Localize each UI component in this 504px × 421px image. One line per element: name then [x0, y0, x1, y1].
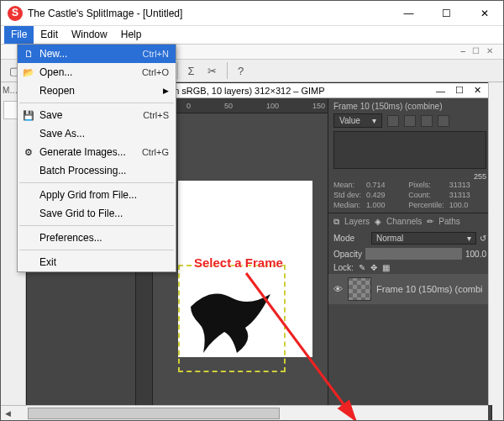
lock-label: Lock:: [333, 263, 354, 272]
histogram: [333, 131, 486, 169]
close-button[interactable]: ✕: [465, 1, 503, 26]
hist-max: 255: [333, 172, 486, 181]
menu-item-icon: ⚙: [21, 147, 36, 158]
menu-item-label: Open...: [36, 66, 142, 78]
menu-item-generate-images[interactable]: ⚙Generate Images...Ctrl+G: [18, 143, 176, 161]
help-icon[interactable]: ?: [231, 61, 250, 81]
scroll-left-icon[interactable]: ◀: [1, 407, 14, 420]
layer-name: Frame 10 (150ms) (combi: [376, 284, 483, 294]
opacity-slider[interactable]: [365, 248, 462, 260]
v-scrollbar[interactable]: [488, 82, 503, 405]
bird-image: [186, 282, 279, 357]
mode-reset-icon[interactable]: ↺: [480, 234, 486, 243]
menu-item-icon: 🗋: [21, 49, 36, 59]
menu-help[interactable]: Help: [114, 26, 149, 44]
mode-label: Mode: [333, 234, 371, 243]
menu-item-label: Save: [36, 109, 143, 121]
menu-item-batch-processing[interactable]: Batch Processing...: [18, 161, 176, 180]
menu-item-save-grid-to-file[interactable]: Save Grid to File...: [18, 204, 176, 223]
lock-position-icon[interactable]: ✥: [370, 263, 377, 272]
hist-opt2-icon[interactable]: [438, 115, 449, 127]
opacity-value: 100.0: [465, 250, 486, 259]
tab-layers[interactable]: Layers: [344, 217, 370, 227]
lock-alpha-icon[interactable]: ▦: [382, 263, 390, 272]
histogram-channel[interactable]: Value▾: [333, 113, 382, 128]
menu-item-icon: 📂: [21, 67, 36, 78]
ruler-x: 050100150: [153, 98, 328, 113]
menu-item-icon: 💾: [21, 110, 36, 121]
submenu-arrow-icon: ▶: [163, 87, 169, 95]
menu-edit[interactable]: Edit: [34, 26, 65, 44]
gimp-max-icon[interactable]: ☐: [455, 85, 464, 96]
menu-item-label: New...: [36, 48, 143, 60]
menu-item-reopen[interactable]: Reopen▶: [18, 82, 176, 100]
file-menu-dropdown: 🗋New...Ctrl+N📂Open...Ctrl+OReopen▶💾SaveC…: [17, 44, 176, 272]
sigma-icon[interactable]: Σ: [181, 61, 201, 81]
menu-item-save-as[interactable]: Save As...: [18, 124, 176, 143]
menu-item-open[interactable]: 📂Open...Ctrl+O: [18, 63, 176, 82]
menubar: File Edit Window Help: [1, 26, 503, 45]
mode-select[interactable]: Normal▾: [371, 232, 476, 245]
menu-file[interactable]: File: [4, 26, 34, 44]
hist-linear-icon[interactable]: [387, 115, 399, 127]
hist-log-icon[interactable]: [404, 115, 416, 127]
gimp-close-icon[interactable]: ✕: [474, 85, 481, 96]
menu-item-shortcut: Ctrl+N: [143, 49, 169, 59]
layer-row[interactable]: 👁 Frame 10 (150ms) (combi: [328, 274, 491, 304]
lock-pixels-icon[interactable]: ✎: [359, 263, 365, 272]
h-scrollbar[interactable]: ◀: [1, 405, 488, 420]
menu-item-label: Reopen: [36, 85, 163, 97]
menu-item-exit[interactable]: Exit: [18, 253, 176, 271]
app-icon: [8, 6, 23, 21]
mdi-max-icon[interactable]: ☐: [469, 45, 483, 59]
menu-item-new[interactable]: 🗋New...Ctrl+N: [18, 45, 176, 63]
window-title: The Castle's SplitImage - [Untitled]: [28, 8, 390, 19]
menu-item-shortcut: Ctrl+O: [142, 67, 169, 77]
menu-item-label: Batch Processing...: [36, 165, 169, 176]
minimize-button[interactable]: —: [390, 1, 428, 26]
visibility-icon[interactable]: 👁: [333, 284, 343, 294]
menu-item-preferences[interactable]: Preferences...: [18, 229, 176, 247]
gimp-right-dock: Frame 10 (150ms) (combine) Value▾ 255 Me…: [328, 98, 491, 420]
menu-item-apply-grid-from-file[interactable]: Apply Grid from File...: [18, 186, 176, 204]
gimp-min-icon[interactable]: —: [436, 86, 445, 96]
histogram-stats: Mean:0.714 Pixels:31313 Std dev:0.429 Co…: [333, 181, 486, 209]
opacity-label: Opacity: [333, 250, 362, 259]
maximize-button[interactable]: ☐: [428, 1, 465, 26]
layer-thumb: [348, 277, 371, 301]
menu-item-label: Generate Images...: [36, 146, 142, 158]
menu-window[interactable]: Window: [65, 26, 114, 44]
annotation-text: Select a Frame: [194, 255, 283, 270]
mdi-close-icon[interactable]: ✕: [483, 45, 496, 59]
menu-item-label: Save As...: [36, 128, 169, 139]
titlebar: The Castle's SplitImage - [Untitled] — ☐…: [1, 1, 503, 26]
tab-channels[interactable]: Channels: [386, 217, 422, 227]
menu-item-save[interactable]: 💾SaveCtrl+S: [18, 106, 176, 124]
mdi-min-icon[interactable]: ‒: [457, 45, 469, 59]
h-scroll-thumb[interactable]: [28, 408, 280, 419]
menu-item-label: Exit: [36, 256, 169, 268]
dock-tabs: ⧉ Layers ◈ Channels ✏ Paths: [328, 213, 491, 230]
tab-paths[interactable]: Paths: [438, 217, 460, 227]
menu-item-label: Save Grid to File...: [36, 208, 169, 219]
menu-item-shortcut: Ctrl+S: [143, 110, 169, 120]
hist-opt1-icon[interactable]: [421, 115, 433, 127]
menu-item-label: Apply Grid from File...: [36, 189, 169, 201]
crop-icon[interactable]: ✂: [202, 61, 222, 81]
menu-item-label: Preferences...: [36, 232, 169, 244]
menu-item-shortcut: Ctrl+G: [142, 147, 169, 157]
frame-label: Frame 10 (150ms) (combine): [333, 102, 486, 111]
